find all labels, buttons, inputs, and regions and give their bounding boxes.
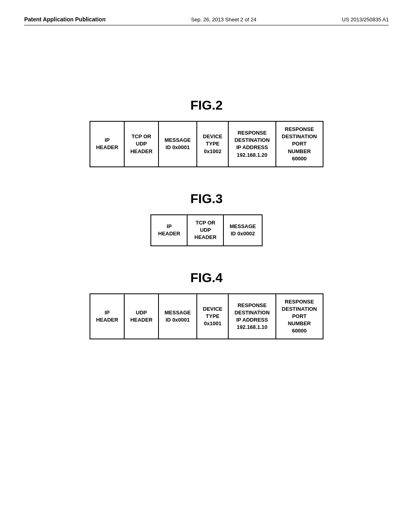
fig4-title: FIG.4	[190, 270, 223, 285]
fig4-col-2: UDPHEADER	[124, 294, 159, 339]
fig2-col-6: RESPONSEDESTINATIONPORTNUMBER60000	[276, 121, 323, 167]
fig4-col-3: MESSAGEID 0x0001	[159, 294, 197, 339]
fig4-col-6: RESPONSEDESTINATIONPORTNUMBER60000	[276, 294, 323, 339]
header-publication-label: Patent Application Publication	[24, 16, 106, 23]
fig2-title: FIG.2	[190, 98, 223, 113]
fig2-table: IPHEADER TCP ORUDPHEADER MESSAGEID 0x000…	[90, 121, 323, 167]
page-header: Patent Application Publication Sep. 26, …	[24, 16, 389, 25]
fig3-col-1: IPHEADER	[151, 215, 187, 246]
fig3-table: IPHEADER TCP ORUDPHEADER MESSAGEID 0x000…	[150, 214, 262, 246]
fig2-col-1: IPHEADER	[90, 121, 124, 167]
fig2-col-2: TCP ORUDPHEADER	[124, 121, 159, 167]
page: Patent Application Publication Sep. 26, …	[0, 0, 413, 532]
fig2-col-3: MESSAGEID 0x0001	[159, 121, 197, 167]
figure-2-section: FIG.2 IPHEADER TCP ORUDPHEADER MESSAGEID…	[24, 98, 389, 167]
fig2-col-4: DEVICETYPE0x1002	[197, 121, 228, 167]
fig3-col-2: TCP ORUDPHEADER	[187, 215, 223, 246]
fig3-col-3: MESSAGEID 0x0002	[223, 215, 262, 246]
figure-3-section: FIG.3 IPHEADER TCP ORUDPHEADER MESSAGEID…	[24, 191, 389, 246]
fig4-col-4: DEVICETYPE0x1001	[197, 294, 228, 339]
header-patent-number: US 2013/250835 A1	[342, 17, 389, 23]
fig2-col-5: RESPONSEDESTINATIONIP ADDRESS192.168.1.2…	[228, 121, 275, 167]
figure-4-section: FIG.4 IPHEADER UDPHEADER MESSAGEID 0x000…	[24, 270, 389, 340]
fig3-title: FIG.3	[190, 191, 223, 206]
fig4-table: IPHEADER UDPHEADER MESSAGEID 0x0001 DEVI…	[90, 293, 323, 340]
fig4-col-5: RESPONSEDESTINATIONIP ADDRESS192.168.1.1…	[228, 294, 275, 339]
header-date-sheet: Sep. 26, 2013 Sheet 2 of 24	[191, 17, 257, 23]
fig4-col-1: IPHEADER	[90, 294, 124, 339]
